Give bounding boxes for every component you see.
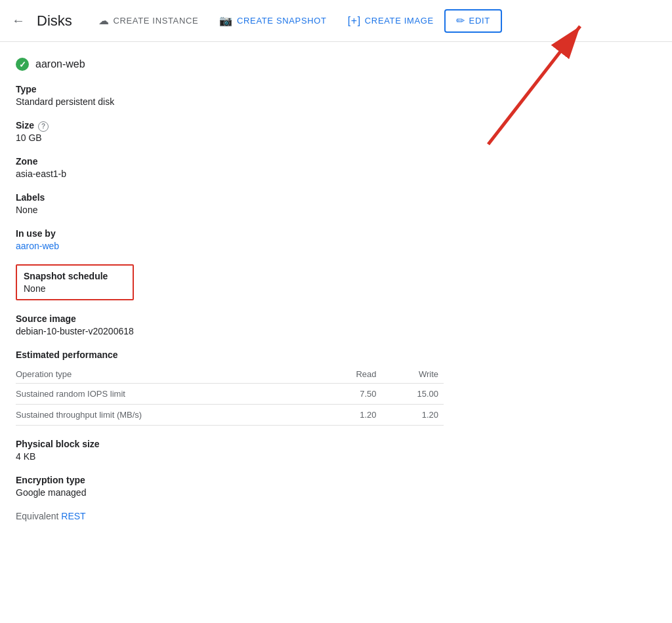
back-icon: ← <box>12 13 25 28</box>
create-snapshot-button[interactable]: 📷 CREATE SNAPSHOT <box>209 9 337 33</box>
edit-icon: ✏ <box>456 14 465 27</box>
col-read: Read <box>322 365 381 384</box>
equivalent-rest-prefix: Equivalent <box>16 511 58 521</box>
source-image-label: Source image <box>16 313 444 324</box>
estimated-performance-section: Estimated performance Operation type Rea… <box>16 350 444 426</box>
zone-value: asia-east1-b <box>16 169 444 179</box>
disk-name: aaron-web <box>35 58 85 70</box>
size-value: 10 GB <box>16 132 444 143</box>
equivalent-rest-link[interactable]: REST <box>61 511 85 521</box>
back-button[interactable]: ← <box>5 8 32 34</box>
zone-label: Zone <box>16 156 444 167</box>
perf-operation: Sustained throughput limit (MB/s) <box>16 405 322 426</box>
disk-name-row: ✓ aaron-web <box>16 58 444 71</box>
edit-button[interactable]: ✏ EDIT <box>444 9 502 33</box>
performance-table: Operation type Read Write Sustained rand… <box>16 365 444 426</box>
perf-read: 1.20 <box>322 405 381 426</box>
create-instance-label: CREATE INSTANCE <box>113 16 198 26</box>
create-instance-button[interactable]: ☁ CREATE INSTANCE <box>88 9 209 33</box>
perf-operation: Sustained random IOPS limit <box>16 384 322 405</box>
physical-block-size-value: 4 KB <box>16 451 444 462</box>
toolbar-actions: ☁ CREATE INSTANCE 📷 CREATE SNAPSHOT [+] … <box>88 9 667 33</box>
encryption-type-value: Google managed <box>16 487 444 498</box>
status-icon: ✓ <box>16 58 29 71</box>
labels-value: None <box>16 205 444 215</box>
zone-field: Zone asia-east1-b <box>16 156 444 179</box>
size-label: Size <box>16 120 34 131</box>
col-write: Write <box>382 365 444 384</box>
source-image-value: debian-10-buster-v20200618 <box>16 326 444 336</box>
col-operation: Operation type <box>16 365 322 384</box>
page-title: Disks <box>37 12 72 30</box>
source-image-field: Source image debian-10-buster-v20200618 <box>16 313 444 336</box>
create-snapshot-label: CREATE SNAPSHOT <box>237 16 327 26</box>
labels-label: Labels <box>16 192 444 203</box>
create-image-button[interactable]: [+] CREATE IMAGE <box>337 9 444 33</box>
encryption-type-field: Encryption type Google managed <box>16 475 444 498</box>
main-content: ✓ aaron-web Type Standard persistent dis… <box>0 42 459 548</box>
perf-write: 15.00 <box>382 384 444 405</box>
toolbar: ← Disks ☁ CREATE INSTANCE 📷 CREATE SNAPS… <box>0 0 672 42</box>
svg-line-1 <box>488 26 580 144</box>
snapshot-schedule-box: Snapshot schedule None <box>16 264 134 300</box>
create-instance-icon: ☁ <box>98 14 110 27</box>
type-field: Type Standard persistent disk <box>16 84 444 107</box>
size-help-icon[interactable]: ? <box>38 121 49 132</box>
physical-block-size-field: Physical block size 4 KB <box>16 439 444 462</box>
edit-label: EDIT <box>469 16 490 26</box>
snapshot-schedule-value: None <box>24 283 126 294</box>
create-image-label: CREATE IMAGE <box>365 16 434 26</box>
physical-block-size-label: Physical block size <box>16 439 444 449</box>
perf-table-row: Sustained throughput limit (MB/s)1.201.2… <box>16 405 444 426</box>
estimated-performance-title: Estimated performance <box>16 350 444 360</box>
in-use-by-link[interactable]: aaron-web <box>16 241 59 251</box>
encryption-type-label: Encryption type <box>16 475 444 485</box>
perf-write: 1.20 <box>382 405 444 426</box>
in-use-by-label: In use by <box>16 228 444 239</box>
type-value: Standard persistent disk <box>16 96 444 107</box>
in-use-by-field: In use by aaron-web <box>16 228 444 251</box>
type-label: Type <box>16 84 444 94</box>
equivalent-rest-section: Equivalent REST <box>16 511 444 521</box>
size-field: Size ? 10 GB <box>16 120 444 143</box>
create-snapshot-icon: 📷 <box>219 14 233 27</box>
perf-table-row: Sustained random IOPS limit7.5015.00 <box>16 384 444 405</box>
labels-field: Labels None <box>16 192 444 215</box>
snapshot-schedule-label: Snapshot schedule <box>24 271 126 281</box>
create-image-icon: [+] <box>348 15 361 27</box>
perf-table-header-row: Operation type Read Write <box>16 365 444 384</box>
perf-read: 7.50 <box>322 384 381 405</box>
page-wrapper: ← Disks ☁ CREATE INSTANCE 📷 CREATE SNAPS… <box>0 0 672 623</box>
